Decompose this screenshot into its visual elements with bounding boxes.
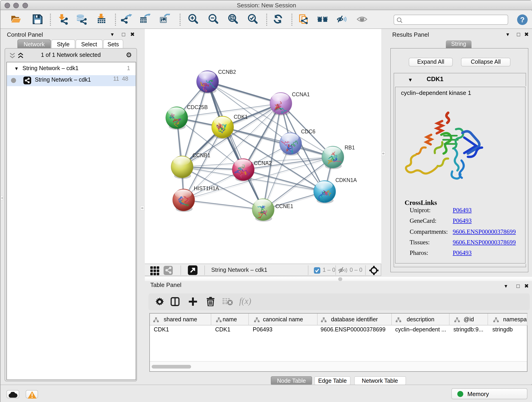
svg-text:CDC6: CDC6 bbox=[301, 128, 316, 134]
svg-text:CCNB1: CCNB1 bbox=[192, 153, 210, 158]
svg-text:CCNE1: CCNE1 bbox=[275, 203, 293, 209]
svg-text:CDC25B: CDC25B bbox=[187, 104, 208, 110]
svg-text:CCNA2: CCNA2 bbox=[254, 160, 272, 166]
svg-text:?: ? bbox=[520, 16, 525, 24]
svg-text:HIST1H1A: HIST1H1A bbox=[194, 185, 219, 191]
svg-text:CCNA1: CCNA1 bbox=[292, 91, 310, 97]
svg-text:CDKN1A: CDKN1A bbox=[336, 177, 357, 183]
svg-text:CCNB2: CCNB2 bbox=[218, 69, 236, 75]
svg-text:RB1: RB1 bbox=[345, 145, 355, 151]
svg-text:CDK1: CDK1 bbox=[234, 114, 248, 120]
